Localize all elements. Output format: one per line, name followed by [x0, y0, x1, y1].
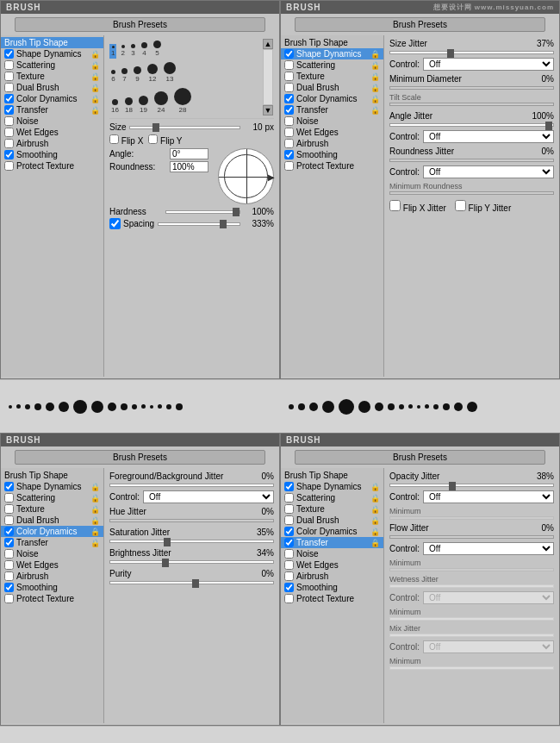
cb-dual-tr[interactable] — [284, 83, 294, 92]
option-shape-dyn-bl[interactable]: Shape Dynamics 🔒 — [1, 481, 103, 492]
cb-protect-bl[interactable] — [4, 594, 14, 603]
bright-slider[interactable] — [109, 560, 274, 564]
cb-color-dyn-bl[interactable] — [4, 527, 14, 536]
cb-dual-brush-tl[interactable] — [4, 83, 14, 92]
cb-wet-bl[interactable] — [4, 560, 14, 570]
option-color-dynamics-tl[interactable]: Color Dynamics 🔒 — [1, 93, 103, 104]
cb-shape-dyn-br[interactable] — [284, 482, 294, 491]
tip-item-1[interactable]: 1 — [109, 44, 116, 59]
tip-item-16[interactable]: 16 — [109, 97, 121, 116]
cb-scatter-bl[interactable] — [4, 493, 14, 503]
option-airbrush-bl[interactable]: Airbrush — [1, 571, 103, 582]
option-smooth-tr[interactable]: Smoothing — [281, 149, 383, 160]
cb-texture-bl[interactable] — [4, 504, 14, 514]
control-select-rj[interactable]: Off — [423, 165, 554, 178]
option-transfer-tr[interactable]: Transfer 🔒 — [281, 104, 383, 116]
spacing-label[interactable]: Spacing — [109, 218, 154, 229]
option-noise-tr[interactable]: Noise — [281, 116, 383, 127]
control-select-aj[interactable]: Off — [423, 130, 554, 143]
cb-smooth-br[interactable] — [284, 583, 294, 592]
control-select-fl[interactable]: Off — [423, 542, 554, 555]
control-select-wt[interactable]: Off — [423, 591, 554, 604]
spacing-slider[interactable] — [158, 222, 240, 226]
tip-item-13[interactable]: 13 — [162, 60, 177, 84]
tip-item-18[interactable]: 18 — [123, 96, 134, 116]
option-color-dyn-tr[interactable]: Color Dynamics 🔒 — [281, 93, 383, 104]
control-select-mx[interactable]: Off — [423, 640, 554, 653]
option-texture-bl[interactable]: Texture 🔒 — [1, 503, 103, 515]
spacing-cb[interactable] — [109, 218, 121, 229]
brush-presets-btn-tl[interactable]: Brush Presets — [15, 17, 265, 32]
size-slider[interactable] — [129, 126, 240, 129]
option-dual-brush-tl[interactable]: Dual Brush 🔒 — [1, 82, 103, 93]
option-shape-dyn-tr[interactable]: Shape Dynamics 🔒 — [281, 48, 383, 59]
flow-slider[interactable] — [389, 535, 554, 539]
flip-x-cb[interactable] — [109, 134, 119, 144]
option-shape-dynamics-tl[interactable]: Shape Dynamics 🔒 — [1, 48, 103, 59]
size-jitter-slider[interactable] — [389, 51, 554, 54]
tip-item-7[interactable]: 7 — [120, 66, 129, 84]
option-smooth-br[interactable]: Smoothing — [281, 582, 383, 593]
control-select-op[interactable]: Off — [423, 490, 554, 503]
option-scatter-tr[interactable]: Scattering 🔒 — [281, 59, 383, 71]
cb-smooth-bl[interactable] — [4, 583, 14, 592]
option-smooth-bl[interactable]: Smoothing — [1, 582, 103, 593]
tip-item-28[interactable]: 28 — [172, 86, 193, 116]
flip-y-label[interactable]: Flip Y — [148, 134, 182, 146]
cb-transfer-tl[interactable] — [4, 105, 14, 115]
cb-airbrush-br[interactable] — [284, 571, 294, 581]
option-transfer-tl[interactable]: Transfer 🔒 — [1, 104, 103, 116]
tip-item-3[interactable]: 3 — [129, 42, 137, 59]
cb-dual-bl[interactable] — [4, 515, 14, 525]
option-dual-tr[interactable]: Dual Brush 🔒 — [281, 82, 383, 93]
cb-airbrush-bl[interactable] — [4, 571, 14, 581]
flip-y-jitter-label[interactable]: Flip Y Jitter — [455, 200, 511, 213]
tip-item-9[interactable]: 9 — [132, 65, 143, 84]
purity-slider[interactable] — [109, 581, 274, 584]
cb-shape-dyn-bl[interactable] — [4, 482, 14, 491]
tip-item-2[interactable]: 2 — [119, 43, 126, 59]
option-color-dyn-bl[interactable]: Color Dynamics 🔒 — [1, 526, 103, 537]
option-brush-tip-tr[interactable]: Brush Tip Shape — [281, 37, 383, 48]
cb-smoothing-tl[interactable] — [4, 150, 14, 159]
cb-noise-tr[interactable] — [284, 116, 294, 126]
option-scatter-br[interactable]: Scattering 🔒 — [281, 492, 383, 503]
tip-item-19[interactable]: 19 — [137, 94, 150, 116]
cb-color-dyn-tr[interactable] — [284, 94, 294, 103]
cb-transfer-tr[interactable] — [284, 105, 294, 115]
angle-jitter-slider[interactable] — [389, 123, 554, 127]
tip-item-5[interactable]: 5 — [152, 39, 163, 59]
option-noise-bl[interactable]: Noise — [1, 548, 103, 559]
cb-transfer-bl[interactable] — [4, 538, 14, 547]
brush-presets-btn-tr[interactable]: Brush Presets — [295, 17, 545, 32]
option-smoothing-tl[interactable]: Smoothing — [1, 149, 103, 160]
roundness-input[interactable] — [170, 161, 208, 172]
option-wet-br[interactable]: Wet Edges — [281, 559, 383, 571]
cb-color-dyn-br[interactable] — [284, 527, 294, 536]
option-texture-tl[interactable]: Texture 🔒 — [1, 71, 103, 82]
option-shape-dyn-br[interactable]: Shape Dynamics 🔒 — [281, 481, 383, 492]
tip-item-4[interactable]: 4 — [140, 41, 149, 59]
tip-item-24[interactable]: 24 — [152, 90, 170, 116]
cb-color-dynamics-tl[interactable] — [4, 94, 14, 103]
cb-shape-dynamics-tl[interactable] — [4, 49, 14, 59]
option-color-dyn-br[interactable]: Color Dynamics 🔒 — [281, 526, 383, 537]
option-wet-tr[interactable]: Wet Edges — [281, 127, 383, 138]
sat-slider[interactable] — [109, 540, 274, 543]
option-texture-tr[interactable]: Texture 🔒 — [281, 71, 383, 82]
option-transfer-br[interactable]: Transfer 🔒 — [281, 537, 383, 548]
cb-noise-bl[interactable] — [4, 549, 14, 559]
option-texture-br[interactable]: Texture 🔒 — [281, 503, 383, 515]
cb-noise-br[interactable] — [284, 549, 294, 559]
option-protect-tr[interactable]: Protect Texture — [281, 160, 383, 172]
cb-scatter-tr[interactable] — [284, 60, 294, 70]
cb-texture-br[interactable] — [284, 504, 294, 514]
flip-x-label[interactable]: Flip X — [109, 134, 143, 146]
flip-x-jitter-label[interactable]: Flip X Jitter — [389, 200, 446, 213]
control-select-sj[interactable]: OffFadePen Pressure — [423, 58, 554, 71]
cb-protect-texture-tl[interactable] — [4, 161, 14, 171]
scroll-up[interactable]: ▲ — [263, 39, 273, 49]
brush-presets-btn-br[interactable]: Brush Presets — [295, 450, 545, 465]
cb-noise-tl[interactable] — [4, 116, 14, 126]
option-scatter-bl[interactable]: Scattering 🔒 — [1, 492, 103, 503]
